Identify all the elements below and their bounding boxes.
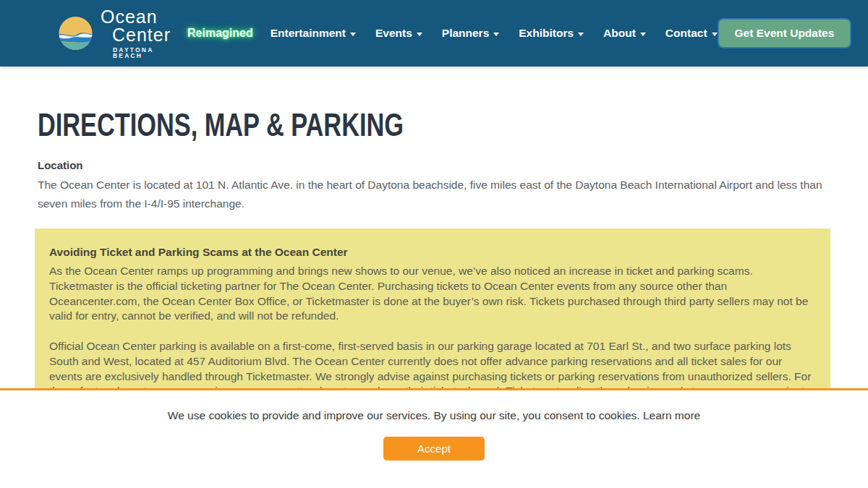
chevron-down-icon (578, 33, 584, 36)
chevron-down-icon (493, 33, 499, 36)
accept-cookies-button[interactable]: Accept (383, 437, 485, 461)
main-nav: Entertainment Events Planners Exhibitors… (271, 27, 718, 40)
location-heading: Location (38, 159, 833, 171)
cookie-banner: We use cookies to provide and improve ou… (0, 388, 868, 488)
nav-item-about[interactable]: About (603, 27, 646, 40)
cookie-message: We use cookies to provide and improve ou… (168, 409, 643, 421)
chevron-down-icon (640, 33, 646, 36)
ocean-center-logo[interactable]: Ocean Center DAYTONA BEACH (58, 8, 176, 59)
logo-line-center: Center (101, 26, 176, 44)
main-content: DIRECTIONS, MAP & PARKING Location The O… (0, 67, 868, 433)
nav-item-events[interactable]: Events (375, 27, 422, 40)
nav-label: About (603, 27, 636, 40)
chevron-down-icon (350, 33, 356, 36)
sun-wave-logo-icon (58, 13, 93, 53)
nav-item-planners[interactable]: Planners (442, 27, 499, 40)
get-event-updates-button[interactable]: Get Event Updates (718, 18, 852, 48)
nav-label: Contact (665, 27, 707, 40)
nav-label: Planners (442, 27, 489, 40)
location-paragraph: The Ocean Center is located at 101 N. At… (38, 176, 830, 213)
reimagined-badge[interactable]: Reimagined (187, 27, 253, 40)
nav-label: Exhibitors (519, 27, 574, 40)
chevron-down-icon (712, 33, 718, 36)
site-header: Ocean Center DAYTONA BEACH Reimagined En… (0, 0, 868, 67)
learn-more-link[interactable]: Learn more (643, 409, 700, 421)
nav-item-entertainment[interactable]: Entertainment (271, 27, 356, 40)
logo-text: Ocean Center DAYTONA BEACH (101, 8, 176, 59)
nav-label: Events (375, 27, 412, 40)
nav-item-exhibitors[interactable]: Exhibitors (519, 27, 584, 40)
nav-item-contact[interactable]: Contact (665, 27, 718, 40)
scam-warning-paragraph-1: As the Ocean Center ramps up programming… (49, 264, 816, 324)
page-title: DIRECTIONS, MAP & PARKING (38, 107, 404, 143)
nav-label: Entertainment (271, 27, 346, 40)
scam-warning-heading: Avoiding Ticket and Parking Scams at the… (49, 246, 816, 259)
logo-line-ocean: Ocean (101, 8, 176, 26)
chevron-down-icon (417, 33, 422, 36)
logo-line-daytona-beach: DAYTONA BEACH (101, 47, 176, 59)
